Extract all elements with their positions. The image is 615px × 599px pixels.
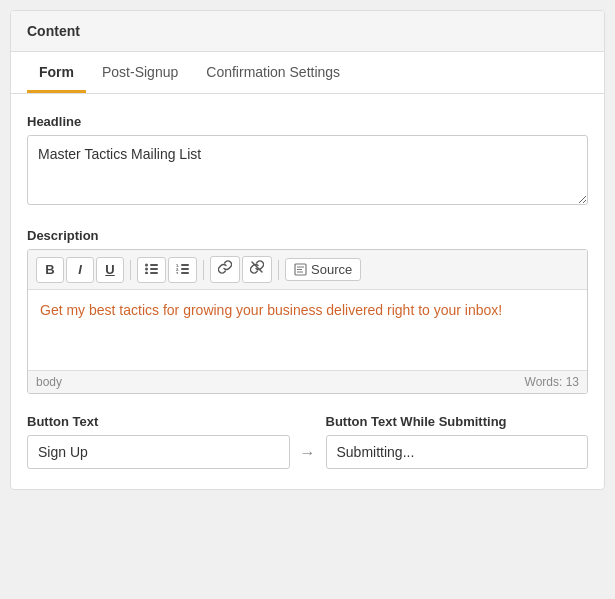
svg-rect-11 (181, 272, 189, 274)
button-text-submitting-group: Button Text While Submitting (326, 414, 589, 469)
svg-text:3.: 3. (176, 270, 179, 274)
tab-bar: Form Post-Signup Confirmation Settings (11, 52, 604, 94)
link-button[interactable] (210, 256, 240, 283)
svg-point-2 (145, 267, 148, 270)
headline-label: Headline (27, 114, 588, 129)
ordered-list-button[interactable]: 1. 2. 3. (168, 257, 197, 283)
svg-point-4 (145, 271, 148, 274)
word-count: Words: 13 (525, 375, 579, 389)
editor-toolbar: B I U (28, 250, 587, 290)
toolbar-separator-1 (130, 260, 131, 280)
button-text-submitting-input[interactable] (326, 435, 589, 469)
svg-point-0 (145, 263, 148, 266)
button-text-submitting-label: Button Text While Submitting (326, 414, 589, 429)
unordered-list-button[interactable] (137, 257, 166, 283)
description-label: Description (27, 228, 588, 243)
button-text-label: Button Text (27, 414, 290, 429)
tab-post-signup[interactable]: Post-Signup (90, 52, 190, 93)
toolbar-separator-3 (278, 260, 279, 280)
source-button[interactable]: Source (285, 258, 361, 281)
toolbar-separator-2 (203, 260, 204, 280)
underline-button[interactable]: U (96, 257, 124, 283)
panel-header: Content (11, 11, 604, 52)
description-field-group: Description B I U (27, 228, 588, 394)
svg-rect-3 (150, 268, 158, 270)
form-content: Headline Master Tactics Mailing List Des… (11, 94, 604, 489)
svg-rect-5 (150, 272, 158, 274)
tab-confirmation-settings[interactable]: Confirmation Settings (194, 52, 352, 93)
tab-form[interactable]: Form (27, 52, 86, 93)
source-label: Source (311, 262, 352, 277)
headline-input[interactable]: Master Tactics Mailing List (27, 135, 588, 205)
button-text-input[interactable] (27, 435, 290, 469)
editor-footer-tag: body (36, 375, 62, 389)
button-text-group: Button Text (27, 414, 290, 469)
italic-button[interactable]: I (66, 257, 94, 283)
editor-footer: body Words: 13 (28, 370, 587, 393)
svg-rect-7 (181, 264, 189, 266)
editor-body[interactable]: Get my best tactics for growing your bus… (28, 290, 587, 370)
svg-rect-1 (150, 264, 158, 266)
unlink-button[interactable] (242, 256, 272, 283)
content-panel: Content Form Post-Signup Confirmation Se… (10, 10, 605, 490)
bold-button[interactable]: B (36, 257, 64, 283)
button-fields-row: Button Text → Button Text While Submitti… (27, 414, 588, 469)
svg-rect-9 (181, 268, 189, 270)
headline-field-group: Headline Master Tactics Mailing List (27, 114, 588, 208)
rich-text-editor: B I U (27, 249, 588, 394)
arrow-icon: → (300, 444, 316, 462)
